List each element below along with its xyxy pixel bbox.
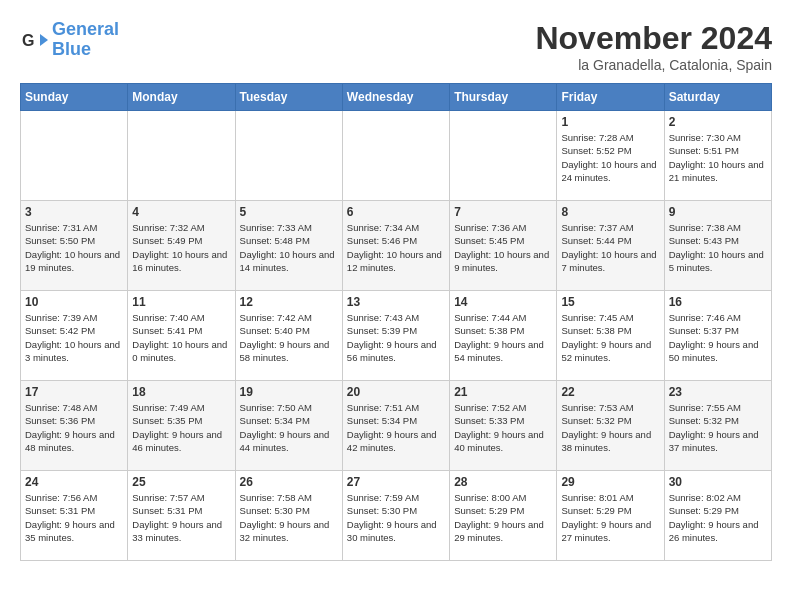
calendar-cell [235, 111, 342, 201]
calendar-cell: 28Sunrise: 8:00 AM Sunset: 5:29 PM Dayli… [450, 471, 557, 561]
calendar-cell: 19Sunrise: 7:50 AM Sunset: 5:34 PM Dayli… [235, 381, 342, 471]
day-number: 21 [454, 385, 552, 399]
day-number: 24 [25, 475, 123, 489]
day-number: 16 [669, 295, 767, 309]
day-header: Sunday [21, 84, 128, 111]
calendar-cell [450, 111, 557, 201]
svg-text:G: G [22, 32, 34, 49]
logo-icon: G [20, 26, 48, 54]
day-info: Sunrise: 8:02 AM Sunset: 5:29 PM Dayligh… [669, 491, 767, 544]
day-header: Monday [128, 84, 235, 111]
calendar-cell: 5Sunrise: 7:33 AM Sunset: 5:48 PM Daylig… [235, 201, 342, 291]
day-number: 12 [240, 295, 338, 309]
title-area: November 2024 la Granadella, Catalonia, … [535, 20, 772, 73]
day-number: 14 [454, 295, 552, 309]
calendar-cell: 3Sunrise: 7:31 AM Sunset: 5:50 PM Daylig… [21, 201, 128, 291]
day-number: 25 [132, 475, 230, 489]
calendar-cell: 12Sunrise: 7:42 AM Sunset: 5:40 PM Dayli… [235, 291, 342, 381]
day-info: Sunrise: 7:49 AM Sunset: 5:35 PM Dayligh… [132, 401, 230, 454]
day-info: Sunrise: 8:01 AM Sunset: 5:29 PM Dayligh… [561, 491, 659, 544]
calendar-cell: 9Sunrise: 7:38 AM Sunset: 5:43 PM Daylig… [664, 201, 771, 291]
calendar-cell: 8Sunrise: 7:37 AM Sunset: 5:44 PM Daylig… [557, 201, 664, 291]
day-number: 23 [669, 385, 767, 399]
calendar-week-row: 3Sunrise: 7:31 AM Sunset: 5:50 PM Daylig… [21, 201, 772, 291]
calendar-cell: 22Sunrise: 7:53 AM Sunset: 5:32 PM Dayli… [557, 381, 664, 471]
day-header: Friday [557, 84, 664, 111]
calendar-cell: 23Sunrise: 7:55 AM Sunset: 5:32 PM Dayli… [664, 381, 771, 471]
day-info: Sunrise: 8:00 AM Sunset: 5:29 PM Dayligh… [454, 491, 552, 544]
calendar-cell: 27Sunrise: 7:59 AM Sunset: 5:30 PM Dayli… [342, 471, 449, 561]
day-number: 13 [347, 295, 445, 309]
day-info: Sunrise: 7:45 AM Sunset: 5:38 PM Dayligh… [561, 311, 659, 364]
day-info: Sunrise: 7:31 AM Sunset: 5:50 PM Dayligh… [25, 221, 123, 274]
day-number: 1 [561, 115, 659, 129]
day-info: Sunrise: 7:37 AM Sunset: 5:44 PM Dayligh… [561, 221, 659, 274]
day-header: Wednesday [342, 84, 449, 111]
day-info: Sunrise: 7:57 AM Sunset: 5:31 PM Dayligh… [132, 491, 230, 544]
day-number: 10 [25, 295, 123, 309]
day-number: 7 [454, 205, 552, 219]
calendar-cell: 11Sunrise: 7:40 AM Sunset: 5:41 PM Dayli… [128, 291, 235, 381]
header: G General Blue November 2024 la Granadel… [20, 20, 772, 73]
calendar-table: SundayMondayTuesdayWednesdayThursdayFrid… [20, 83, 772, 561]
day-info: Sunrise: 7:43 AM Sunset: 5:39 PM Dayligh… [347, 311, 445, 364]
day-info: Sunrise: 7:40 AM Sunset: 5:41 PM Dayligh… [132, 311, 230, 364]
day-info: Sunrise: 7:32 AM Sunset: 5:49 PM Dayligh… [132, 221, 230, 274]
calendar-header: SundayMondayTuesdayWednesdayThursdayFrid… [21, 84, 772, 111]
calendar-week-row: 10Sunrise: 7:39 AM Sunset: 5:42 PM Dayli… [21, 291, 772, 381]
calendar-cell: 16Sunrise: 7:46 AM Sunset: 5:37 PM Dayli… [664, 291, 771, 381]
calendar-cell: 18Sunrise: 7:49 AM Sunset: 5:35 PM Dayli… [128, 381, 235, 471]
day-info: Sunrise: 7:50 AM Sunset: 5:34 PM Dayligh… [240, 401, 338, 454]
logo-text: General Blue [52, 20, 119, 60]
calendar-cell: 10Sunrise: 7:39 AM Sunset: 5:42 PM Dayli… [21, 291, 128, 381]
calendar-cell: 2Sunrise: 7:30 AM Sunset: 5:51 PM Daylig… [664, 111, 771, 201]
calendar-week-row: 24Sunrise: 7:56 AM Sunset: 5:31 PM Dayli… [21, 471, 772, 561]
location: la Granadella, Catalonia, Spain [535, 57, 772, 73]
day-info: Sunrise: 7:46 AM Sunset: 5:37 PM Dayligh… [669, 311, 767, 364]
calendar-cell: 24Sunrise: 7:56 AM Sunset: 5:31 PM Dayli… [21, 471, 128, 561]
day-number: 8 [561, 205, 659, 219]
day-info: Sunrise: 7:48 AM Sunset: 5:36 PM Dayligh… [25, 401, 123, 454]
calendar-cell [128, 111, 235, 201]
calendar-cell: 26Sunrise: 7:58 AM Sunset: 5:30 PM Dayli… [235, 471, 342, 561]
day-number: 28 [454, 475, 552, 489]
day-header: Saturday [664, 84, 771, 111]
month-title: November 2024 [535, 20, 772, 57]
day-info: Sunrise: 7:28 AM Sunset: 5:52 PM Dayligh… [561, 131, 659, 184]
day-number: 3 [25, 205, 123, 219]
day-number: 27 [347, 475, 445, 489]
day-info: Sunrise: 7:33 AM Sunset: 5:48 PM Dayligh… [240, 221, 338, 274]
calendar-cell: 14Sunrise: 7:44 AM Sunset: 5:38 PM Dayli… [450, 291, 557, 381]
day-number: 30 [669, 475, 767, 489]
calendar-cell: 4Sunrise: 7:32 AM Sunset: 5:49 PM Daylig… [128, 201, 235, 291]
calendar-week-row: 1Sunrise: 7:28 AM Sunset: 5:52 PM Daylig… [21, 111, 772, 201]
calendar-cell: 25Sunrise: 7:57 AM Sunset: 5:31 PM Dayli… [128, 471, 235, 561]
day-number: 9 [669, 205, 767, 219]
day-info: Sunrise: 7:59 AM Sunset: 5:30 PM Dayligh… [347, 491, 445, 544]
day-info: Sunrise: 7:42 AM Sunset: 5:40 PM Dayligh… [240, 311, 338, 364]
logo-line2: Blue [52, 39, 91, 59]
day-number: 17 [25, 385, 123, 399]
calendar-cell [342, 111, 449, 201]
day-info: Sunrise: 7:52 AM Sunset: 5:33 PM Dayligh… [454, 401, 552, 454]
calendar-cell: 6Sunrise: 7:34 AM Sunset: 5:46 PM Daylig… [342, 201, 449, 291]
day-number: 20 [347, 385, 445, 399]
day-info: Sunrise: 7:36 AM Sunset: 5:45 PM Dayligh… [454, 221, 552, 274]
day-number: 4 [132, 205, 230, 219]
day-number: 19 [240, 385, 338, 399]
day-info: Sunrise: 7:51 AM Sunset: 5:34 PM Dayligh… [347, 401, 445, 454]
day-info: Sunrise: 7:30 AM Sunset: 5:51 PM Dayligh… [669, 131, 767, 184]
header-row: SundayMondayTuesdayWednesdayThursdayFrid… [21, 84, 772, 111]
calendar-body: 1Sunrise: 7:28 AM Sunset: 5:52 PM Daylig… [21, 111, 772, 561]
logo-line1: General [52, 19, 119, 39]
day-info: Sunrise: 7:53 AM Sunset: 5:32 PM Dayligh… [561, 401, 659, 454]
day-info: Sunrise: 7:44 AM Sunset: 5:38 PM Dayligh… [454, 311, 552, 364]
day-number: 6 [347, 205, 445, 219]
calendar-cell: 21Sunrise: 7:52 AM Sunset: 5:33 PM Dayli… [450, 381, 557, 471]
day-header: Thursday [450, 84, 557, 111]
calendar-cell: 17Sunrise: 7:48 AM Sunset: 5:36 PM Dayli… [21, 381, 128, 471]
day-info: Sunrise: 7:34 AM Sunset: 5:46 PM Dayligh… [347, 221, 445, 274]
day-number: 18 [132, 385, 230, 399]
calendar-cell: 1Sunrise: 7:28 AM Sunset: 5:52 PM Daylig… [557, 111, 664, 201]
day-header: Tuesday [235, 84, 342, 111]
